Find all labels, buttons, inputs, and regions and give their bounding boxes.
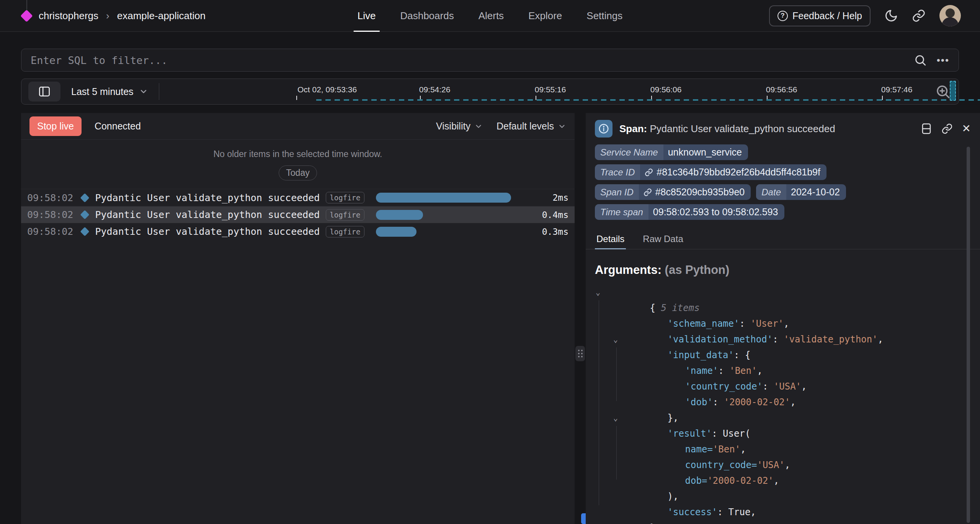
logfire-logo-icon[interactable]: [20, 10, 33, 22]
sql-filter-bar: •••: [21, 49, 959, 72]
timeline-zoom-button[interactable]: [935, 84, 951, 100]
empty-state: No older items in the selected time wind…: [21, 140, 575, 189]
service-name-badge: Service Name unknown_service: [595, 144, 748, 160]
logfire-app: christophergs › example-application Live…: [0, 0, 980, 524]
span-duration: 0.4ms: [533, 210, 568, 220]
breadcrumb: christophergs › example-application: [0, 0, 206, 31]
code-line: name='Ben',: [595, 426, 980, 442]
span-duration: 0.3ms: [533, 227, 568, 237]
span-id-badge[interactable]: Span ID #8c85209cb935b9e0: [595, 184, 751, 200]
nav-actions: ? Feedback / Help: [769, 5, 980, 26]
collapse-chevron-icon[interactable]: ⌄: [596, 285, 600, 300]
link-icon: [645, 168, 653, 177]
link-icon: [912, 9, 926, 23]
time-span-badge: Time span 09:58:02.593 to 09:58:02.593: [595, 204, 784, 220]
code-line: 'country_code': 'USA',: [595, 363, 980, 379]
badge-value: 09:58:02.593 to 09:58:02.593: [648, 204, 784, 220]
timeline-tick-label: Oct 02, 09:53:36: [297, 85, 357, 94]
stop-live-button[interactable]: Stop live: [29, 116, 82, 136]
timeline-tick-label: 09:54:26: [419, 85, 451, 94]
span-duration: 2ms: [533, 193, 568, 203]
span-title-text: Pydantic User validate_python succeeded: [650, 123, 835, 134]
badge-value: unknown_service: [663, 144, 748, 160]
search-icon[interactable]: [914, 54, 927, 67]
scrollbar[interactable]: [967, 147, 970, 523]
sidebar-toggle-button[interactable]: [28, 82, 60, 102]
arguments-heading: Arguments: (as Python): [586, 249, 980, 283]
chevron-down-icon: [139, 87, 148, 96]
timeline-activity-spike: [950, 81, 956, 101]
link-icon: [644, 188, 652, 196]
span-tag: logfire: [326, 209, 364, 221]
code-line: ⌄'input_data': {: [595, 332, 980, 347]
panel-resize-handle[interactable]: [575, 346, 585, 361]
code-line: ),: [595, 473, 980, 489]
tab-raw-data[interactable]: Raw Data: [641, 230, 684, 249]
moon-icon: [884, 9, 898, 23]
time-range-select[interactable]: Last 5 minutes: [71, 86, 148, 97]
span-diamond-icon: [80, 227, 90, 236]
duration-bar: [376, 193, 511, 203]
span-title: Span: Pydantic User validate_python succ…: [619, 123, 835, 135]
duration-bar-track: [376, 210, 534, 220]
copy-link-icon[interactable]: [941, 123, 953, 134]
tab-live[interactable]: Live: [358, 0, 376, 31]
share-link-button[interactable]: [912, 9, 926, 23]
span-row[interactable]: 09:58:02 Pydantic User validate_python s…: [21, 223, 575, 240]
timeline-tick-label: 09:56:06: [650, 85, 682, 94]
tab-settings[interactable]: Settings: [586, 0, 622, 31]
code-line: }: [595, 504, 980, 520]
more-options-icon[interactable]: •••: [937, 54, 949, 66]
today-pill[interactable]: Today: [279, 165, 317, 180]
span-row-selected[interactable]: 09:58:02 Pydantic User validate_python s…: [21, 206, 575, 223]
badge-label: Service Name: [595, 144, 663, 160]
breadcrumb-project[interactable]: example-application: [117, 10, 206, 22]
top-nav: christophergs › example-application Live…: [0, 0, 980, 32]
code-line: ⌄{ 5 items: [595, 285, 980, 300]
tab-explore[interactable]: Explore: [528, 0, 562, 31]
feedback-help-button[interactable]: ? Feedback / Help: [769, 5, 871, 26]
span-detail-header: Span: Pydantic User validate_python succ…: [586, 113, 980, 144]
duration-bar-track: [376, 193, 534, 203]
code-line: ⌄'result': User(: [595, 410, 980, 426]
tab-dashboards[interactable]: Dashboards: [400, 0, 454, 31]
connection-status: Connected: [95, 121, 141, 132]
span-title-prefix: Span:: [619, 123, 647, 134]
span-attribute-badges: Service Name unknown_service Trace ID #8…: [586, 144, 980, 220]
breadcrumb-org[interactable]: christophergs: [39, 10, 98, 22]
span-timestamp: 09:58:02: [27, 226, 73, 237]
code-line: dob='2000-02-02',: [595, 457, 980, 473]
duration-bar: [376, 210, 423, 220]
trace-id-badge[interactable]: Trace ID #81c364b79bbd92ef26b4dd5ff4c81b…: [595, 164, 826, 180]
arguments-python-tree: ⌄{ 5 items 'schema_name': 'User', 'valid…: [586, 283, 980, 520]
activity-timeline[interactable]: Oct 02, 09:53:36 09:54:26 09:55:16 09:56…: [159, 79, 931, 104]
code-line: country_code='USA',: [595, 442, 980, 457]
default-levels-dropdown[interactable]: Default levels: [497, 121, 566, 132]
tab-alerts[interactable]: Alerts: [479, 0, 504, 31]
visibility-dropdown[interactable]: Visibility: [436, 121, 483, 132]
span-timestamp: 09:58:02: [27, 192, 73, 203]
collapse-chevron-icon[interactable]: ⌄: [613, 410, 618, 426]
code-line: },: [595, 395, 980, 410]
collapse-chevron-icon[interactable]: ⌄: [613, 332, 618, 347]
dark-mode-toggle[interactable]: [884, 9, 898, 23]
badge-label: Span ID: [595, 184, 639, 200]
visibility-label: Visibility: [436, 121, 470, 132]
question-icon: ?: [777, 11, 788, 21]
code-line: 'name': 'Ben',: [595, 347, 980, 363]
close-icon[interactable]: ✕: [962, 123, 971, 134]
badge-value: #81c364b79bbd92ef26b4dd5ff4c81b9f: [657, 167, 820, 178]
tab-details[interactable]: Details: [595, 230, 626, 249]
duration-bar-track: [376, 227, 534, 237]
span-message: Pydantic User validate_python succeeded: [95, 226, 320, 237]
span-timestamp: 09:58:02: [27, 209, 73, 220]
sql-filter-input[interactable]: [31, 54, 914, 66]
span-row[interactable]: 09:58:02 Pydantic User validate_python s…: [21, 189, 575, 206]
span-tag: logfire: [326, 192, 364, 203]
chevron-down-icon: [474, 122, 483, 131]
user-avatar[interactable]: [939, 5, 961, 26]
timeline-tick: [296, 96, 297, 100]
code-line: 'dob': '2000-02-02',: [595, 379, 980, 395]
split-view-icon[interactable]: [921, 123, 932, 134]
breadcrumb-separator-icon: ›: [104, 10, 112, 22]
